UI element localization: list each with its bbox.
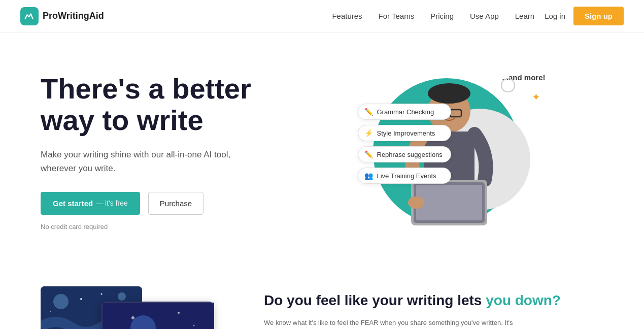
grammar-icon: ✏️	[364, 108, 373, 116]
feature-pills: ✏️ Grammar Checking ⚡ Style Improvements…	[358, 104, 451, 184]
svg-point-9	[408, 196, 424, 209]
get-started-button[interactable]: Get started — it's free	[41, 192, 140, 215]
hero-subtext: Make your writing shine with our all-in-…	[41, 148, 244, 175]
pill-training: 👥 Live Training Events	[358, 168, 451, 184]
svg-rect-8	[416, 185, 482, 220]
svg-point-18	[131, 316, 134, 319]
svg-point-1	[428, 83, 470, 104]
training-icon: 👥	[364, 172, 373, 180]
logo-icon	[20, 7, 39, 25]
pill-style: ⚡ Style Improvements	[358, 125, 451, 141]
svg-point-11	[53, 294, 69, 309]
artwork-front-svg	[103, 303, 214, 329]
rephrase-icon: ✏️	[364, 150, 373, 158]
purchase-button[interactable]: Purchase	[148, 192, 204, 215]
hero-right: ✏️ Grammar Checking ⚡ Style Improvements…	[304, 63, 603, 256]
section2: My idea in my head Do you feel like your…	[0, 276, 644, 329]
artwork-stack: My idea in my head	[41, 286, 223, 329]
sparkle-icon: ✦	[532, 91, 540, 103]
hero-headline-line2: way to write	[41, 104, 204, 136]
section2-right: Do you feel like your writing lets you d…	[264, 286, 603, 329]
brand-logo[interactable]: ProWritingAid	[20, 7, 104, 25]
nav-learn[interactable]: Learn	[515, 12, 534, 20]
no-cc-text: No credit card required	[41, 223, 304, 231]
nav-features[interactable]: Features	[332, 12, 362, 20]
svg-point-15	[50, 311, 51, 312]
pill-training-label: Live Training Events	[377, 172, 436, 180]
svg-rect-16	[103, 303, 214, 329]
svg-point-19	[178, 312, 180, 314]
hero-left: There's a better way to write Make your …	[41, 63, 304, 231]
hero-headline: There's a better way to write	[41, 73, 304, 136]
signup-button[interactable]: Sign up	[573, 7, 624, 25]
nav-use-app[interactable]: Use App	[470, 12, 499, 20]
nav-links: Features For Teams Pricing Use App Learn	[332, 12, 534, 21]
free-tag: — it's free	[96, 199, 128, 207]
svg-point-14	[101, 293, 103, 295]
pill-grammar-label: Grammar Checking	[377, 108, 434, 116]
login-button[interactable]: Log in	[545, 12, 565, 20]
svg-point-20	[193, 325, 195, 326]
nav-pricing[interactable]: Pricing	[430, 12, 454, 20]
style-icon: ⚡	[364, 129, 373, 137]
section2-left: My idea in my head	[41, 286, 233, 329]
hero-buttons: Get started — it's free Purchase	[41, 192, 304, 215]
deco-circle	[501, 78, 515, 92]
artwork-front	[101, 302, 213, 329]
section2-title-highlight: you down?	[486, 292, 561, 308]
hero-section: There's a better way to write Make your …	[0, 32, 644, 276]
pill-rephrase: ✏️ Rephrase suggestions	[358, 146, 451, 162]
pill-style-label: Style Improvements	[377, 129, 435, 137]
pill-grammar: ✏️ Grammar Checking	[358, 104, 451, 120]
hero-headline-line1: There's a better	[41, 73, 251, 105]
section2-title: Do you feel like your writing lets you d…	[264, 291, 603, 310]
navbar: ProWritingAid Features For Teams Pricing…	[0, 0, 644, 32]
nav-for-teams[interactable]: For Teams	[379, 12, 415, 20]
brand-name: ProWritingAid	[43, 11, 104, 21]
svg-point-12	[118, 292, 126, 301]
pill-rephrase-label: Rephrase suggestions	[377, 151, 443, 158]
get-started-label: Get started	[53, 199, 93, 208]
section2-text: We know what it's like to feel the FEAR …	[264, 318, 518, 329]
svg-point-13	[80, 298, 82, 300]
